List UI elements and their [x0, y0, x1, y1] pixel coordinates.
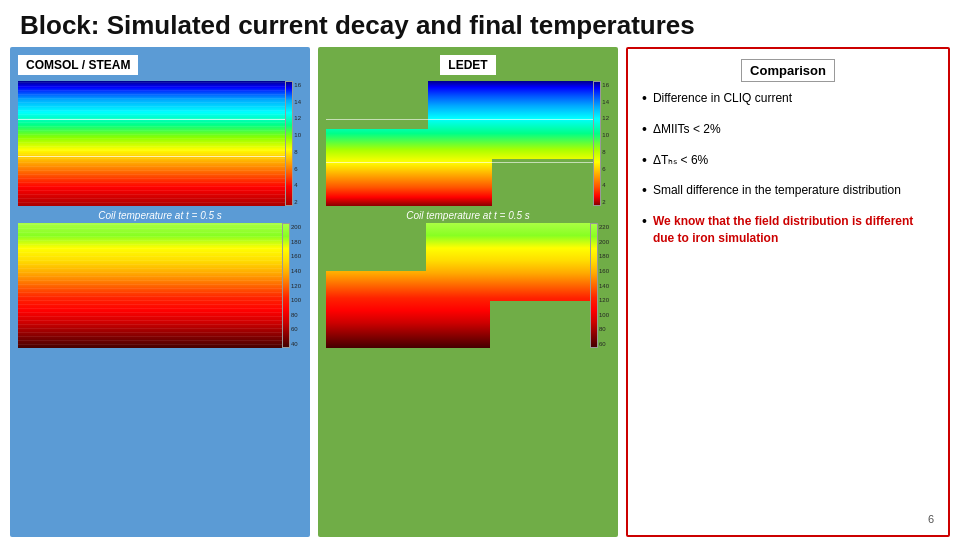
ledet-bottom-scale-gradient — [590, 223, 598, 348]
ledet-top-scale-nums: 161412108642 — [601, 81, 610, 206]
comsol-bottom-scale-nums: 200180160140120100806040 — [290, 223, 302, 348]
bullet-dot-5: • — [642, 213, 647, 230]
bullet-text-1: Difference in CLIQ current — [653, 90, 792, 107]
page-title: Block: Simulated current decay and final… — [0, 0, 960, 47]
comsol-bottom-img-with-scale: 200180160140120100806040 — [18, 223, 302, 348]
ledet-mask-br — [492, 159, 594, 207]
comsol-top-colormap — [18, 81, 285, 206]
main-content: COMSOL / STEAM 161412108642 Coil tempera — [0, 47, 960, 537]
bullet-text-4: Small difference in the temperature dist… — [653, 182, 901, 199]
comsol-top-image: 161412108642 — [18, 81, 302, 206]
ledet-top-scale: 161412108642 — [593, 81, 610, 206]
ledet-bottom-image: 2202001801601401201008060 — [326, 223, 610, 348]
ledet-mask-tl — [326, 81, 428, 129]
comparison-title: Comparison — [741, 59, 835, 82]
bullet-dot-4: • — [642, 182, 647, 199]
ledet-top-scale-gradient — [593, 81, 601, 206]
comsol-top-scale: 161412108642 — [285, 81, 302, 206]
ledet-top-caption: Coil temperature at t = 0.5 s — [406, 208, 530, 223]
ledet-top-img-with-scale: 161412108642 — [326, 81, 610, 206]
ledet-bottom-colormap — [326, 223, 590, 348]
ledet-bottom-scale: 2202001801601401201008060 — [590, 223, 610, 348]
bullet-list: • Difference in CLIQ current • ΔMIITs < … — [642, 90, 934, 507]
bullet-item-1: • Difference in CLIQ current — [642, 90, 934, 107]
comsol-bottom-image: 200180160140120100806040 — [18, 223, 302, 348]
ledet-line1 — [326, 119, 593, 120]
panel-ledet: LEDET 161412108642 — [318, 47, 618, 537]
ledet-label: LEDET — [440, 55, 495, 75]
comsol-bottom-scale: 200180160140120100806040 — [282, 223, 302, 348]
bullet-dot-3: • — [642, 152, 647, 169]
comsol-bottom-stripes — [18, 223, 282, 348]
comsol-bottom-colormap — [18, 223, 282, 348]
ledet-bottom-mask-tl — [326, 223, 426, 271]
comsol-top-caption: Coil temperature at t = 0.5 s — [98, 208, 222, 223]
ledet-line2 — [326, 162, 593, 163]
ledet-top-image: 161412108642 — [326, 81, 610, 206]
comsol-bottom-scale-gradient — [282, 223, 290, 348]
bullet-text-2: ΔMIITs < 2% — [653, 121, 721, 138]
bullet-text-5: We know that the field distribution is d… — [653, 213, 934, 247]
panel-comparison: Comparison • Difference in CLIQ current … — [626, 47, 950, 537]
bullet-dot-2: • — [642, 121, 647, 138]
comsol-top-scale-gradient — [285, 81, 293, 206]
bullet-text-3: ΔTₕₛ < 6% — [653, 152, 708, 169]
ledet-bottom-mask-br — [490, 301, 590, 349]
bullet-item-2: • ΔMIITs < 2% — [642, 121, 934, 138]
comsol-top-scale-nums: 161412108642 — [293, 81, 302, 206]
comsol-top-img-with-scale: 161412108642 — [18, 81, 302, 206]
page-number: 6 — [642, 507, 934, 525]
panel-comsol: COMSOL / STEAM 161412108642 Coil tempera — [10, 47, 310, 537]
bullet-item-3: • ΔTₕₛ < 6% — [642, 152, 934, 169]
comsol-label: COMSOL / STEAM — [18, 55, 138, 75]
bullet-item-4: • Small difference in the temperature di… — [642, 182, 934, 199]
ledet-bottom-img-with-scale: 2202001801601401201008060 — [326, 223, 610, 348]
ledet-bottom-scale-nums: 2202001801601401201008060 — [598, 223, 610, 348]
comsol-top-stripes — [18, 81, 285, 206]
ledet-top-colormap — [326, 81, 593, 206]
bullet-dot-1: • — [642, 90, 647, 107]
bullet-item-5: • We know that the field distribution is… — [642, 213, 934, 247]
